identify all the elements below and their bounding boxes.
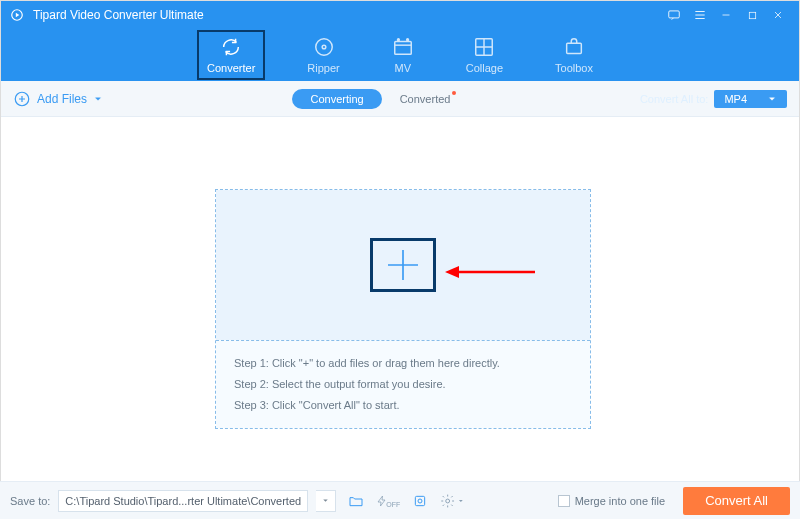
checkbox-icon xyxy=(558,495,570,507)
maximize-icon[interactable] xyxy=(739,1,765,29)
svg-marker-12 xyxy=(445,266,459,278)
feedback-icon[interactable] xyxy=(661,1,687,29)
tab-label: Toolbox xyxy=(555,62,593,74)
svg-rect-2 xyxy=(749,12,755,18)
footer-bar: Save to: C:\Tipard Studio\Tipard...rter … xyxy=(0,481,800,519)
tab-converter[interactable]: Converter xyxy=(201,34,261,76)
annotation-arrow-icon xyxy=(445,264,535,284)
svg-rect-5 xyxy=(394,42,411,55)
svg-point-7 xyxy=(406,39,408,41)
svg-point-14 xyxy=(418,499,422,503)
add-files-button[interactable]: Add Files xyxy=(13,90,103,108)
chevron-down-icon xyxy=(767,94,777,104)
gpu-icon[interactable] xyxy=(408,490,432,512)
tab-mv[interactable]: MV xyxy=(386,34,420,76)
output-format-value: MP4 xyxy=(724,93,747,105)
add-files-label: Add Files xyxy=(37,92,87,106)
save-path-dropdown[interactable] xyxy=(316,490,336,512)
tab-label: Collage xyxy=(466,62,503,74)
output-format-select[interactable]: MP4 xyxy=(714,90,787,108)
sub-toolbar: Add Files Converting Converted Convert A… xyxy=(1,81,799,117)
add-files-plus-button[interactable] xyxy=(373,241,433,289)
open-folder-icon[interactable] xyxy=(344,490,368,512)
main-tabs: Converter Ripper MV Collage Toolbox xyxy=(1,29,799,81)
instructions-panel: Step 1: Click "+" to add files or drag t… xyxy=(216,340,590,428)
save-to-label: Save to: xyxy=(10,495,50,507)
convert-all-to-label: Convert All to: xyxy=(640,93,708,105)
close-icon[interactable] xyxy=(765,1,791,29)
settings-icon[interactable] xyxy=(440,490,464,512)
app-logo-icon xyxy=(9,7,25,23)
convert-all-button[interactable]: Convert All xyxy=(683,487,790,515)
save-path-field[interactable]: C:\Tipard Studio\Tipard...rter Ultimate\… xyxy=(58,490,308,512)
hardware-accel-icon[interactable]: OFF xyxy=(376,490,400,512)
drop-zone-top[interactable] xyxy=(216,190,590,340)
title-bar: Tipard Video Converter Ultimate xyxy=(1,1,799,29)
tab-label: Converter xyxy=(207,62,255,74)
svg-point-6 xyxy=(397,39,399,41)
tab-collage[interactable]: Collage xyxy=(460,34,509,76)
svg-rect-1 xyxy=(669,11,680,18)
chevron-down-icon xyxy=(93,94,103,104)
minimize-icon[interactable] xyxy=(713,1,739,29)
status-tab-converted[interactable]: Converted xyxy=(400,93,451,105)
tab-ripper[interactable]: Ripper xyxy=(301,34,345,76)
tab-label: MV xyxy=(394,62,411,74)
main-area: Step 1: Click "+" to add files or drag t… xyxy=(1,117,799,482)
svg-point-4 xyxy=(322,45,326,49)
instruction-step: Step 1: Click "+" to add files or drag t… xyxy=(234,353,572,374)
svg-rect-13 xyxy=(416,496,425,505)
tab-toolbox[interactable]: Toolbox xyxy=(549,34,599,76)
status-tab-converting[interactable]: Converting xyxy=(292,89,381,109)
svg-point-3 xyxy=(315,39,332,56)
merge-checkbox[interactable]: Merge into one file xyxy=(558,495,666,507)
svg-rect-9 xyxy=(567,43,582,53)
merge-label: Merge into one file xyxy=(575,495,666,507)
drop-zone[interactable]: Step 1: Click "+" to add files or drag t… xyxy=(215,189,591,429)
notification-dot-icon xyxy=(452,91,456,95)
tab-label: Ripper xyxy=(307,62,339,74)
svg-point-15 xyxy=(446,499,450,503)
menu-icon[interactable] xyxy=(687,1,713,29)
instruction-step: Step 2: Select the output format you des… xyxy=(234,374,572,395)
instruction-step: Step 3: Click "Convert All" to start. xyxy=(234,395,572,416)
app-title: Tipard Video Converter Ultimate xyxy=(33,8,204,22)
